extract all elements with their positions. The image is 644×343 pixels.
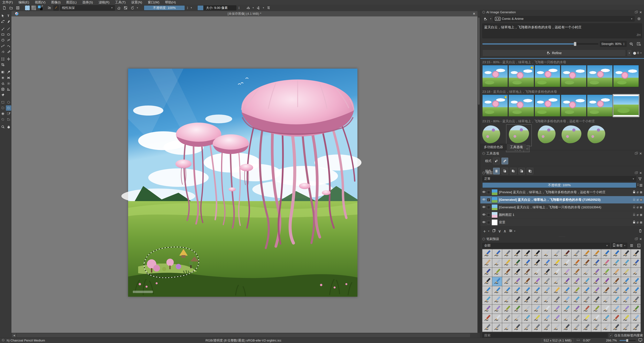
foreground-background-colors[interactable]: ⇄ [38, 5, 43, 10]
similar-color-selection-tool[interactable] [0, 111, 6, 116]
brush-preset-tile[interactable] [611, 259, 621, 268]
brush-preset-tile[interactable] [591, 295, 601, 305]
brush-preset-tile[interactable] [512, 268, 522, 277]
chevron-down-icon[interactable]: ▼ [262, 6, 264, 9]
alpha-channel-icon[interactable] [640, 206, 642, 209]
eye-icon[interactable] [482, 221, 486, 224]
color-sampler-tool[interactable] [6, 69, 11, 75]
alpha-lock-icon[interactable]: α [637, 206, 638, 209]
polygonal-selection-tool[interactable] [0, 105, 6, 111]
brush-preset-tile[interactable] [591, 259, 601, 268]
brush-preset-tile[interactable] [542, 286, 552, 295]
layer-row[interactable]: [Generated] 蓝天白云，绿草地上，飞翔着一只粉色的水母 (163316… [480, 204, 644, 211]
canvas-horizontal-scrollbar[interactable]: ◀ [12, 333, 478, 338]
freehand-selection-tool[interactable] [6, 105, 11, 111]
generated-thumbnail[interactable] [535, 65, 560, 87]
brush-preset-tile[interactable] [562, 323, 571, 332]
brush-preset-tile[interactable] [492, 249, 502, 258]
brush-preset-tile[interactable] [611, 323, 621, 332]
brush-preset-tile[interactable] [522, 295, 532, 305]
multibrush-tool[interactable] [6, 49, 11, 54]
brush-preset-tile[interactable] [562, 259, 571, 268]
brush-preset-tile[interactable] [562, 277, 571, 286]
menu-item-0[interactable]: 文件(F) [2, 0, 13, 4]
brush-preset-tile[interactable] [621, 295, 631, 305]
swap-colors-icon[interactable]: ⇄ [42, 5, 43, 7]
eye-icon[interactable] [482, 190, 486, 194]
brush-preset-tile[interactable] [611, 314, 621, 323]
brush-preset-tile[interactable] [621, 249, 631, 258]
ellipse-tool[interactable] [6, 32, 11, 37]
move-layer-up-button[interactable]: ∧ [503, 229, 506, 234]
scroll-left-arrow-icon[interactable]: ◀ [12, 333, 16, 337]
brush-preset-tile[interactable] [492, 323, 502, 332]
brush-preset-tile[interactable] [542, 249, 552, 258]
brush-preset-tile[interactable] [591, 314, 601, 323]
bezier-selection-tool[interactable] [6, 117, 11, 122]
brush-preset-tile[interactable] [601, 259, 611, 268]
brush-preset-tile[interactable] [532, 249, 542, 258]
brush-preset-tile[interactable] [591, 286, 601, 295]
float-docker-icon[interactable] [635, 152, 637, 154]
elliptical-selection-tool[interactable] [6, 100, 11, 105]
brush-preset-tile[interactable] [582, 286, 591, 295]
layer-checkbox[interactable] [487, 191, 490, 194]
gradient-tool[interactable] [0, 69, 6, 75]
brush-preset-tile[interactable] [542, 277, 552, 286]
brush-preset-tile[interactable] [631, 314, 641, 323]
canvas-image[interactable] [128, 69, 358, 297]
tab-tool-options[interactable]: 工具选项 [506, 144, 526, 150]
brush-preset-tile[interactable] [522, 286, 532, 295]
colorize-mask-tool[interactable] [6, 75, 11, 80]
search-tag-checkbox[interactable]: ✓ [609, 334, 612, 337]
brush-preset-tile[interactable] [621, 323, 631, 332]
mode-pixel-button[interactable] [493, 158, 500, 164]
brush-preset-tile[interactable] [512, 323, 522, 332]
brush-preset-tile[interactable] [552, 268, 562, 277]
favorite-star-icon[interactable]: ★ [504, 95, 507, 99]
brush-preset-tile[interactable] [601, 268, 611, 277]
brush-preset-tile[interactable] [572, 305, 581, 314]
generated-thumbnail[interactable] [535, 95, 560, 117]
brush-preset-tile[interactable] [512, 259, 522, 268]
layer-checkbox[interactable]: ✓ [487, 198, 490, 201]
lock-icon[interactable] [633, 198, 636, 202]
preserve-alpha-toggle[interactable] [123, 5, 128, 10]
contiguous-selection-tool[interactable] [6, 111, 11, 116]
bezier-curve-tool[interactable] [0, 43, 6, 49]
brush-preset-tile[interactable] [482, 295, 492, 305]
brush-preset-tile[interactable] [601, 295, 611, 305]
brush-preset-tile[interactable] [591, 323, 601, 332]
brush-preset-tile[interactable] [552, 295, 562, 305]
funnel-icon[interactable] [637, 176, 643, 182]
brush-preset-tile[interactable] [502, 249, 512, 258]
queue-indicator[interactable]: ⬤ 0 ▼ [633, 51, 642, 55]
brush-preset-tile[interactable] [631, 268, 641, 277]
canvas-angle[interactable]: 0.00° [583, 339, 590, 342]
line-tool[interactable] [6, 26, 11, 31]
docker-menu-icon[interactable]: ◠ [482, 172, 485, 174]
strength-slider[interactable] [482, 43, 598, 45]
brush-preset-tile[interactable] [582, 323, 591, 332]
generated-thumbnail[interactable] [613, 95, 639, 117]
tab-color-selector[interactable]: 多功能拾色器 [480, 144, 506, 150]
generated-thumbnail[interactable]: ★ [508, 65, 534, 87]
chevron-down-icon[interactable]: ▼ [252, 6, 254, 9]
layer-checkbox[interactable] [487, 221, 490, 224]
brush-preset-tile[interactable] [552, 314, 562, 323]
brush-preset-chooser[interactable] [54, 5, 59, 10]
generated-thumbnail[interactable] [613, 65, 639, 87]
dynamic-brush-tool[interactable] [0, 49, 6, 54]
brush-preset-tile[interactable] [631, 305, 641, 314]
brush-preset-tile[interactable] [572, 268, 581, 277]
docker-menu-icon[interactable]: ◠ [482, 11, 485, 13]
tag-button[interactable]: 标签 ▼ [611, 243, 627, 248]
alpha-channel-icon[interactable] [640, 191, 642, 194]
brush-preset-tile[interactable] [582, 295, 591, 305]
menu-item-5[interactable]: 选择(S) [82, 0, 93, 4]
generated-thumbnail[interactable] [482, 65, 508, 87]
wrap-around-mode-button[interactable] [266, 5, 271, 10]
brush-preset-tile[interactable] [482, 314, 492, 323]
brush-preset-tile[interactable] [482, 249, 492, 258]
layer-checkbox[interactable] [487, 206, 490, 209]
